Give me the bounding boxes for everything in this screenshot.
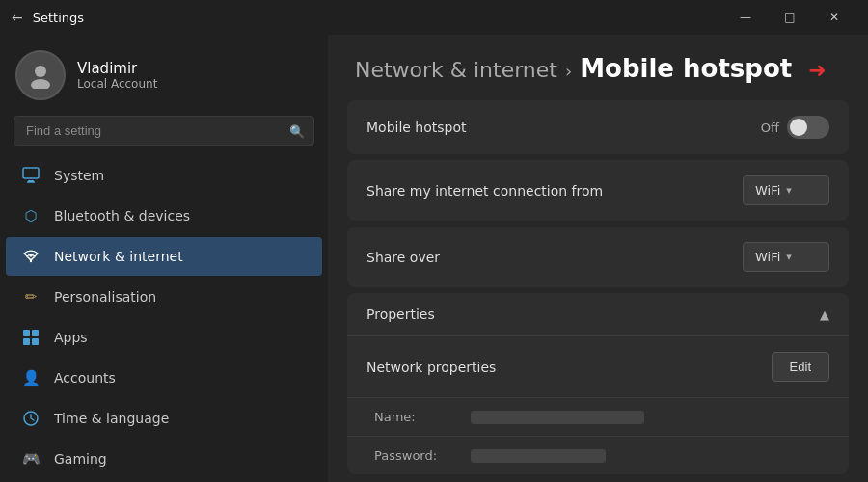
- svg-point-1: [31, 79, 50, 89]
- user-name: Vladimir: [77, 60, 157, 77]
- properties-header: Properties ▲: [347, 293, 849, 336]
- system-icon: [21, 166, 41, 185]
- hotspot-label: Mobile hotspot: [366, 120, 467, 135]
- share-over-row: Share over WiFi ▾: [347, 227, 849, 287]
- window-controls: — □ ✕: [723, 0, 856, 35]
- sidebar-item-accounts-label: Accounts: [54, 370, 116, 386]
- gaming-icon: 🎮: [21, 449, 41, 469]
- user-info: Vladimir Local Account: [77, 60, 157, 91]
- collapse-icon[interactable]: ▲: [820, 308, 829, 322]
- close-button[interactable]: ✕: [812, 0, 856, 35]
- sidebar-item-gaming-label: Gaming: [54, 451, 107, 467]
- sidebar-item-gaming[interactable]: 🎮 Gaming: [6, 440, 322, 478]
- sidebar-item-apps-label: Apps: [54, 330, 88, 345]
- sidebar-item-network[interactable]: Network & internet: [6, 237, 322, 276]
- sidebar-item-network-label: Network & internet: [54, 249, 183, 264]
- search-input[interactable]: [14, 116, 314, 146]
- name-label: Name:: [374, 410, 461, 424]
- share-from-label: Share my internet connection from: [366, 183, 603, 199]
- sidebar-item-bluetooth[interactable]: ⬡ Bluetooth & devices: [6, 197, 322, 235]
- breadcrumb: Network & internet › Mobile hotspot ➜: [328, 35, 868, 100]
- arrow-indicator: ➜: [808, 58, 826, 82]
- breadcrumb-separator: ›: [565, 61, 572, 81]
- title-bar: ← Settings — □ ✕: [0, 0, 868, 35]
- sidebar-item-accounts[interactable]: 👤 Accounts: [6, 359, 322, 397]
- search-icon: 🔍: [289, 123, 305, 138]
- share-over-label: Share over: [366, 250, 440, 265]
- app-title: Settings: [33, 11, 723, 25]
- minimize-button[interactable]: —: [723, 0, 768, 35]
- name-value-bar: [471, 411, 644, 424]
- network-properties-label: Network properties: [366, 360, 496, 375]
- time-icon: [21, 409, 41, 428]
- share-over-dropdown[interactable]: WiFi ▾: [743, 242, 829, 272]
- properties-title: Properties: [366, 307, 435, 322]
- hotspot-card: Mobile hotspot Off: [347, 100, 849, 154]
- svg-point-0: [35, 66, 46, 77]
- name-row: Name:: [347, 398, 849, 437]
- breadcrumb-current: Mobile hotspot ➜: [580, 54, 827, 83]
- breadcrumb-parent: Network & internet: [355, 58, 557, 82]
- share-over-value: WiFi: [755, 250, 780, 264]
- toggle-thumb: [790, 119, 807, 136]
- network-properties-row: Network properties Edit: [347, 336, 849, 398]
- sidebar-item-bluetooth-label: Bluetooth & devices: [54, 208, 190, 224]
- toggle-off-label: Off: [761, 120, 779, 135]
- user-role: Local Account: [77, 77, 157, 91]
- share-over-card: Share over WiFi ▾: [347, 227, 849, 287]
- edit-button[interactable]: Edit: [772, 352, 829, 382]
- accounts-icon: 👤: [21, 368, 41, 388]
- network-icon: [21, 247, 41, 266]
- share-from-card: Share my internet connection from WiFi ▾: [347, 160, 849, 221]
- share-from-value: WiFi: [755, 183, 780, 198]
- sidebar-item-time[interactable]: Time & language: [6, 399, 322, 438]
- svg-rect-8: [23, 338, 30, 345]
- properties-card: Properties ▲ Network properties Edit Nam…: [347, 293, 849, 474]
- password-label: Password:: [374, 448, 461, 463]
- sidebar-item-system-label: System: [54, 168, 104, 183]
- user-section: Vladimir Local Account: [0, 35, 328, 112]
- dropdown-arrow-icon: ▾: [786, 184, 792, 197]
- hotspot-toggle[interactable]: [787, 116, 829, 139]
- svg-rect-9: [32, 338, 39, 345]
- sidebar-item-apps[interactable]: Apps: [6, 318, 322, 357]
- sidebar-item-time-label: Time & language: [54, 411, 169, 426]
- share-from-row: Share my internet connection from WiFi ▾: [347, 160, 849, 221]
- sidebar-item-personalisation[interactable]: ✏ Personalisation: [6, 278, 322, 316]
- content-area: Network & internet › Mobile hotspot ➜ Mo…: [328, 35, 868, 482]
- sidebar-item-personalisation-label: Personalisation: [54, 289, 156, 305]
- toggle-wrapper: Off: [761, 116, 829, 139]
- svg-rect-6: [23, 330, 30, 336]
- search-box: 🔍: [14, 116, 314, 146]
- maximize-button[interactable]: □: [768, 0, 812, 35]
- sidebar: Vladimir Local Account 🔍 System ⬡ Blueto…: [0, 35, 328, 482]
- password-row: Password:: [347, 437, 849, 474]
- share-from-dropdown[interactable]: WiFi ▾: [743, 175, 829, 205]
- main-layout: Vladimir Local Account 🔍 System ⬡ Blueto…: [0, 35, 868, 482]
- svg-rect-7: [32, 330, 39, 336]
- avatar: [15, 50, 66, 100]
- hotspot-row: Mobile hotspot Off: [347, 100, 849, 154]
- sidebar-item-system[interactable]: System: [6, 156, 322, 195]
- personalisation-icon: ✏: [21, 287, 41, 307]
- password-value-bar: [471, 449, 606, 463]
- svg-rect-2: [23, 168, 39, 178]
- back-button[interactable]: ←: [12, 10, 23, 25]
- dropdown-arrow2-icon: ▾: [786, 251, 792, 263]
- bluetooth-icon: ⬡: [21, 206, 41, 226]
- apps-icon: [21, 328, 41, 347]
